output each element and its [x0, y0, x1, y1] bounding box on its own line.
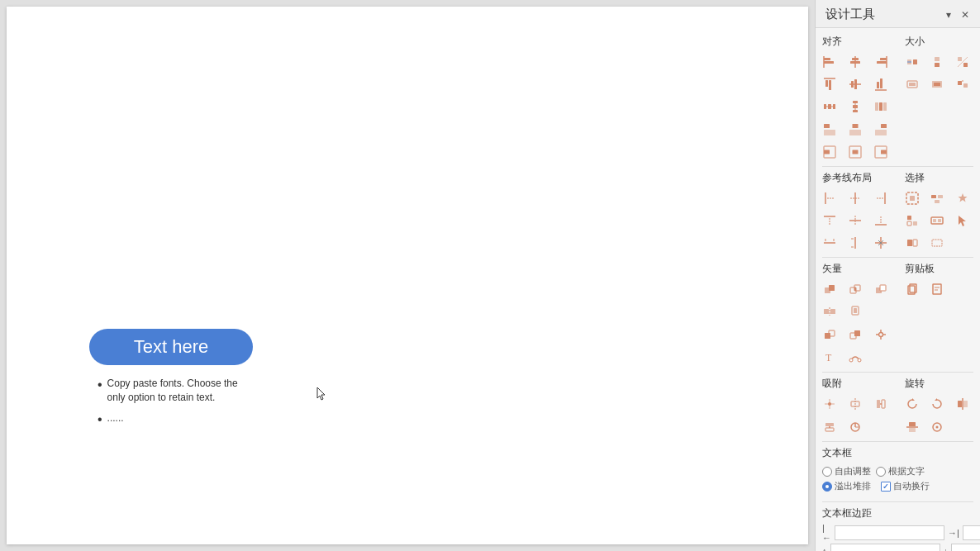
snap-v-icon[interactable]: [819, 416, 840, 438]
snap-rot-icon[interactable]: [844, 416, 866, 438]
svg-rect-88: [933, 219, 936, 222]
svg-rect-36: [875, 130, 887, 135]
border-right-input[interactable]: [963, 525, 980, 540]
svg-rect-45: [935, 57, 940, 61]
align-left-icon[interactable]: [819, 51, 840, 73]
vec-sub1-icon[interactable]: [819, 324, 840, 345]
snap-grid-icon[interactable]: [819, 393, 840, 415]
sel-arrow-icon[interactable]: [952, 210, 973, 231]
note-bullet-2: •: [98, 411, 102, 427]
guide-center-icon[interactable]: [844, 188, 866, 209]
size-wh-icon[interactable]: [952, 51, 973, 73]
sel-grp-icon[interactable]: [926, 210, 948, 231]
autowrap-option[interactable]: 自动换行: [881, 480, 930, 492]
svg-rect-47: [958, 57, 962, 61]
align-center-h-icon[interactable]: [844, 51, 866, 73]
vec-sub2-icon[interactable]: [844, 324, 866, 345]
svg-rect-1: [824, 61, 834, 64]
sel-extra1-icon[interactable]: [902, 232, 923, 254]
dist-h-icon[interactable]: [819, 96, 840, 117]
guide-left-icon[interactable]: [819, 188, 840, 209]
vec-pen-icon[interactable]: [870, 324, 892, 345]
divider-2: [822, 257, 973, 258]
align-mc-icon[interactable]: [844, 141, 866, 163]
guide-add-v-icon[interactable]: [844, 232, 866, 254]
guide-del-icon[interactable]: [870, 232, 892, 254]
rot-flip-h-icon[interactable]: [952, 393, 973, 415]
align-top-icon[interactable]: [819, 74, 840, 95]
svg-rect-101: [830, 309, 835, 314]
canvas-notes: • Copy paste fonts. Choose the only opti…: [98, 377, 256, 430]
border-left-input[interactable]: [835, 525, 944, 540]
rot-free-icon[interactable]: [926, 416, 948, 438]
snap-h-icon[interactable]: [870, 393, 892, 415]
vec-paste-icon[interactable]: [844, 301, 866, 322]
guide-top-icon[interactable]: [819, 210, 840, 231]
size-h-icon[interactable]: [926, 51, 948, 73]
fit-text-option[interactable]: 根据文字: [876, 465, 925, 477]
vec-split-icon[interactable]: [819, 301, 840, 322]
guide-add-h-icon[interactable]: [819, 232, 840, 254]
size-fit-icon[interactable]: [902, 74, 923, 95]
rot-flip-v-icon[interactable]: [902, 416, 923, 438]
textborder-title: 文本框边距: [822, 506, 872, 520]
overflow-radio[interactable]: [822, 482, 832, 492]
svg-rect-33: [852, 124, 858, 128]
align-right-icon[interactable]: [870, 51, 892, 73]
size-w-icon[interactable]: [902, 51, 923, 73]
sel-magic-icon[interactable]: [952, 188, 973, 209]
size-fill-icon[interactable]: [926, 74, 948, 95]
svg-rect-29: [879, 102, 882, 111]
clip-paste-icon[interactable]: [926, 278, 948, 300]
auto-resize-radio[interactable]: [822, 467, 832, 477]
guide-mid-icon[interactable]: [844, 210, 866, 231]
divider-3: [822, 372, 973, 373]
align-center-v-icon[interactable]: [844, 74, 866, 95]
panel-title: 设计工具: [825, 7, 875, 22]
textframe-header: 文本框: [816, 444, 980, 462]
canvas-button-element[interactable]: Text here: [89, 329, 253, 365]
autowrap-label: 自动换行: [893, 480, 930, 492]
svg-rect-115: [933, 284, 941, 294]
design-tools-panel: 设计工具 ▾ ✕ 对齐: [815, 0, 980, 551]
border-top-input[interactable]: [830, 544, 940, 551]
guide-right-icon[interactable]: [870, 188, 892, 209]
divider-1: [822, 166, 973, 167]
sel-same-icon[interactable]: [926, 188, 948, 209]
svg-rect-135: [909, 428, 916, 432]
guide-bottom-icon[interactable]: [870, 210, 892, 231]
panel-close-icon[interactable]: ✕: [959, 8, 972, 21]
align-tr-icon[interactable]: [870, 119, 892, 140]
textframe-row1: 自由调整 根据文字: [822, 465, 973, 477]
autowrap-checkbox[interactable]: [881, 482, 891, 492]
sel-all-icon[interactable]: [902, 188, 923, 209]
rot-90cw-icon[interactable]: [902, 393, 923, 415]
fit-text-radio[interactable]: [876, 467, 886, 477]
vec-intersect-icon[interactable]: [844, 278, 866, 300]
panel-dropdown-icon[interactable]: ▾: [942, 8, 955, 21]
vec-node-icon[interactable]: [844, 347, 866, 368]
dist-center-icon[interactable]: [870, 96, 892, 117]
rot-90ccw-icon[interactable]: [926, 393, 948, 415]
align-tl-icon[interactable]: [819, 119, 840, 140]
snap-obj-icon[interactable]: [844, 393, 866, 415]
sel-extra2-icon[interactable]: [926, 232, 948, 254]
guide-title: 参考线布局: [822, 171, 872, 185]
dist-v-icon[interactable]: [844, 96, 866, 117]
align-ml-icon[interactable]: [819, 141, 840, 163]
auto-resize-option[interactable]: 自由调整: [822, 465, 871, 477]
border-bottom-input[interactable]: [951, 544, 980, 551]
clip-copy-icon[interactable]: [902, 278, 923, 300]
svg-rect-131: [958, 401, 962, 407]
size-equal-icon[interactable]: [952, 74, 973, 95]
size-header: 大小: [898, 33, 981, 50]
vec-text-icon[interactable]: T: [819, 347, 840, 368]
align-mr-icon[interactable]: [870, 141, 892, 163]
sel-obj-icon[interactable]: [902, 210, 923, 231]
vec-union-icon[interactable]: [819, 278, 840, 300]
align-bottom-icon[interactable]: [870, 74, 892, 95]
border-right-icon: →|: [948, 526, 959, 539]
align-tc-icon[interactable]: [844, 119, 866, 140]
overflow-option[interactable]: 溢出堆排: [822, 480, 871, 492]
vec-diff-icon[interactable]: [870, 278, 892, 300]
